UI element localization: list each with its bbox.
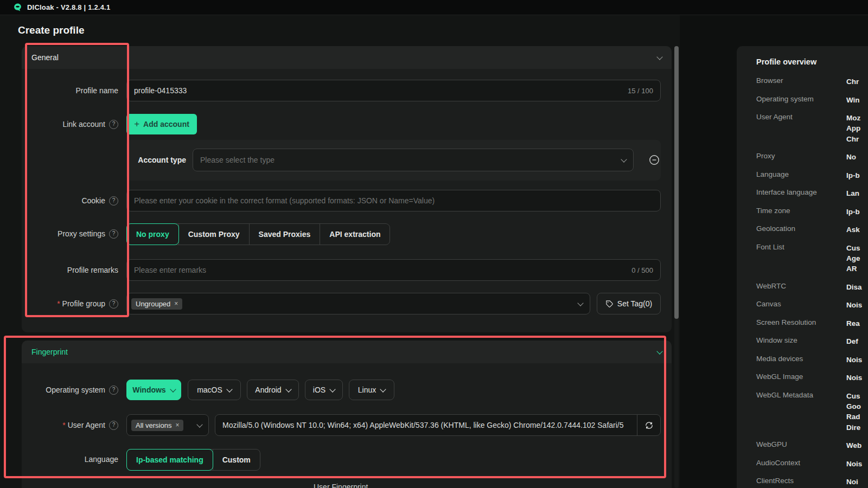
overview-value-line: Def xyxy=(846,336,858,346)
close-icon[interactable]: × xyxy=(174,300,178,307)
fingerprint-section-title: Fingerprint xyxy=(31,348,68,356)
help-icon[interactable]: ? xyxy=(109,229,118,239)
overview-value-line: No xyxy=(846,152,856,162)
overview-value-line: Chr xyxy=(846,76,859,87)
user-agent-label: * User Agent ? xyxy=(22,414,118,436)
user-agent-label-text: User Agent xyxy=(68,421,105,429)
refresh-user-agent-button[interactable] xyxy=(637,415,660,435)
overview-row-value: Def xyxy=(846,336,858,346)
chevron-down-icon xyxy=(285,386,291,392)
overview-row-label: Browser xyxy=(756,76,783,85)
language-tab-custom[interactable]: Custom xyxy=(213,450,260,470)
user-agent-field[interactable] xyxy=(215,414,661,436)
overview-row-label: Canvas xyxy=(756,300,781,308)
overview-row-value: Web xyxy=(846,440,861,451)
close-icon[interactable]: × xyxy=(175,421,179,429)
overview-row: Operating systemWin xyxy=(737,95,868,106)
fingerprint-section-header[interactable]: Fingerprint xyxy=(22,341,672,363)
profile-name-field[interactable]: 15 / 100 xyxy=(126,80,661,101)
os-option-android[interactable]: Android xyxy=(247,380,299,400)
os-option-macos[interactable]: macOS xyxy=(188,380,241,400)
cookie-input[interactable] xyxy=(134,196,653,205)
overview-row-label: Time zone xyxy=(756,207,790,215)
overview-row-value: CusGooRadDire xyxy=(846,391,861,433)
overview-row-value: Rea xyxy=(846,318,860,329)
link-account-label-text: Link account xyxy=(62,120,105,129)
proxy-settings-label-text: Proxy settings xyxy=(58,229,105,238)
user-agent-input[interactable] xyxy=(222,421,637,429)
chevron-down-icon xyxy=(197,424,202,427)
general-section-title: General xyxy=(31,53,59,62)
app-window: DICloak - V2.8.8 | 1.2.4.1 Create profil… xyxy=(0,0,868,488)
os-option-ios[interactable]: iOS xyxy=(305,380,343,400)
profile-overview-panel: Profile overview BrowserChrOperating sys… xyxy=(737,46,868,488)
general-section-header[interactable]: General xyxy=(22,46,672,69)
scrollbar-thumb[interactable] xyxy=(674,46,679,319)
overview-row-label: Screen Resolution xyxy=(756,318,816,326)
scrollbar[interactable] xyxy=(674,46,679,488)
set-tag-button[interactable]: Set Tag(0) xyxy=(597,293,661,314)
overview-row: Time zoneIp-b xyxy=(737,207,868,217)
ua-version-chip[interactable]: All versions × xyxy=(131,420,183,431)
overview-row-value: CusAgeAR xyxy=(846,243,860,274)
titlebar: DICloak - V2.8.8 | 1.2.4.1 xyxy=(0,0,868,15)
overview-row: Window sizeDef xyxy=(737,336,868,347)
chevron-down-icon xyxy=(170,386,176,392)
cookie-field[interactable] xyxy=(126,190,661,211)
proxy-tab-saved-proxies[interactable]: Saved Proxies xyxy=(249,224,320,245)
required-asterisk: * xyxy=(57,299,60,308)
account-type-select[interactable]: Please select the type xyxy=(193,149,634,171)
proxy-tab-custom-proxy[interactable]: Custom Proxy xyxy=(178,224,249,245)
overview-row-label: Operating system xyxy=(756,95,814,103)
overview-value-line: Nois xyxy=(846,355,862,365)
os-option-linux[interactable]: Linux xyxy=(349,380,394,400)
overview-row-label: Font List xyxy=(756,243,784,251)
profile-name-label: Profile name xyxy=(22,80,118,101)
profile-name-counter: 15 / 100 xyxy=(622,87,653,95)
overview-value-line: Chr xyxy=(846,134,860,144)
overview-value-line: Age xyxy=(846,253,860,264)
proxy-tab-api-extraction[interactable]: API extraction xyxy=(320,224,390,245)
overview-row-label: Media devices xyxy=(756,355,803,363)
profile-group-select[interactable]: Ungrouped × xyxy=(126,293,590,314)
profile-remarks-input[interactable] xyxy=(134,266,626,274)
profile-name-label-text: Profile name xyxy=(75,86,118,95)
help-icon[interactable]: ? xyxy=(109,120,118,129)
overview-value-line: Nois xyxy=(846,300,862,310)
proxy-tab-no-proxy[interactable]: No proxy xyxy=(126,223,179,245)
help-icon[interactable]: ? xyxy=(109,421,118,430)
overview-row-value: MozAppChr xyxy=(846,113,860,144)
help-icon[interactable]: ? xyxy=(109,196,118,206)
chevron-down-icon xyxy=(226,386,232,392)
overview-row-label: WebGL Image xyxy=(756,373,803,381)
overview-row-value: Nois xyxy=(846,355,862,365)
remove-account-icon[interactable] xyxy=(649,155,660,165)
overview-row-label: WebGPU xyxy=(756,440,787,448)
profile-group-tag-chip[interactable]: Ungrouped × xyxy=(131,298,182,310)
proxy-settings-label: Proxy settings ? xyxy=(22,223,118,244)
profile-name-input[interactable] xyxy=(134,86,622,95)
overview-value-line: Nois xyxy=(846,459,862,469)
os-option-windows[interactable]: Windows xyxy=(126,380,181,400)
add-account-button-label: Add account xyxy=(143,120,189,129)
profile-remarks-label: Profile remarks xyxy=(22,259,118,281)
overview-row-label: ClientRects xyxy=(756,477,794,485)
overview-value-line: Lan xyxy=(846,188,859,198)
overview-row: LanguageIp-b xyxy=(737,170,868,181)
overview-row-label: AudioContext xyxy=(756,459,800,467)
chevron-down-icon[interactable] xyxy=(658,56,662,59)
overview-row-label: WebGL Metadata xyxy=(756,391,813,399)
help-icon[interactable]: ? xyxy=(109,299,118,309)
add-account-button[interactable]: + Add account xyxy=(126,114,197,134)
overview-row: AudioContextNois xyxy=(737,459,868,470)
ua-version-select[interactable]: All versions × xyxy=(126,414,209,436)
overview-row: Font ListCusAgeAR xyxy=(737,243,868,254)
profile-remarks-field[interactable]: 0 / 500 xyxy=(126,259,661,281)
overview-value-line: Cus xyxy=(846,391,861,401)
help-icon[interactable]: ? xyxy=(109,386,118,395)
clipped-bottom-text: User Fingerprint xyxy=(314,483,368,488)
language-tabs: Ip-based matchingCustom xyxy=(126,449,260,471)
chevron-down-icon[interactable] xyxy=(658,351,662,354)
overview-row-value: Win xyxy=(846,95,860,105)
language-tab-ip-based-matching[interactable]: Ip-based matching xyxy=(126,449,213,471)
